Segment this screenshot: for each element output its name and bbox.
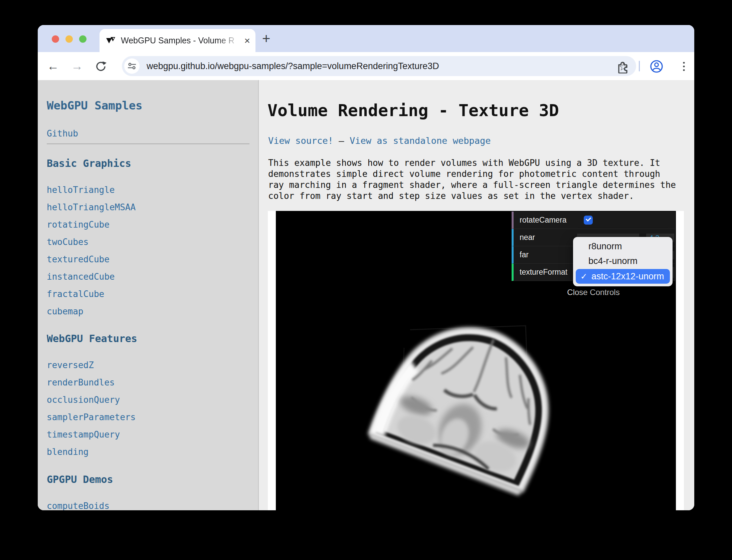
sidebar-item-instancedCube[interactable]: instancedCube [47, 272, 258, 281]
close-window-button[interactable] [52, 35, 59, 43]
sidebar-item-twoCubes[interactable]: twoCubes [47, 237, 258, 247]
dropdown-selected-label: astc-12x12-unorm [591, 271, 664, 282]
tab-close-icon[interactable]: × [244, 36, 250, 46]
sidebar-item-texturedCube[interactable]: texturedCube [47, 255, 258, 264]
extensions-icon[interactable] [615, 59, 629, 73]
tab-title: WebGPU Samples - Volume R [121, 36, 244, 45]
description-line: color from ray start and step size value… [268, 191, 676, 202]
demo-container: rotateCamera near 4.3 far [268, 211, 684, 510]
webgpu-canvas[interactable]: rotateCamera near 4.3 far [276, 211, 676, 510]
description-line: This example shows how to render volumes… [268, 158, 676, 169]
sidebar-item-helloTriangle[interactable]: helloTriangle [47, 185, 258, 195]
github-link[interactable]: Github [47, 128, 258, 138]
sidebar-item-fractalCube[interactable]: fractalCube [47, 289, 258, 299]
view-source-link[interactable]: View source! [268, 135, 333, 146]
browser-window: WebGPU Samples - Volume R × + ← → [38, 25, 694, 510]
checkmark-icon: ✓ [580, 272, 587, 281]
minimize-window-button[interactable] [65, 35, 73, 43]
screenshot-background: WebGPU Samples - Volume R × + ← → [0, 0, 732, 560]
standalone-webpage-link[interactable]: View as standalone webpage [350, 135, 491, 146]
dropdown-option-bc4-r-unorm[interactable]: bc4-r-unorm [573, 254, 673, 268]
menu-dots-icon[interactable] [677, 59, 691, 73]
sidebar-item-reversedZ[interactable]: reversedZ [47, 360, 258, 370]
page-content: WebGPU Samples Github Basic Graphics hel… [38, 80, 694, 510]
sidebar-item-renderBundles[interactable]: renderBundles [47, 378, 258, 387]
gui-row-rotateCamera: rotateCamera [512, 212, 675, 229]
browser-tab[interactable]: WebGPU Samples - Volume R × [100, 29, 255, 52]
link-separator: — [339, 135, 344, 146]
sidebar-item-blending[interactable]: blending [47, 447, 258, 457]
rotate-camera-checkbox[interactable] [584, 216, 593, 225]
url-text[interactable]: webgpu.github.io/webgpu-samples/?sample=… [147, 56, 439, 76]
reload-icon[interactable] [95, 60, 107, 73]
sidebar-item-rotatingCube[interactable]: rotatingCube [47, 220, 258, 229]
sidebar-item-occlusionQuery[interactable]: occlusionQuery [47, 395, 258, 404]
back-icon[interactable]: ← [47, 59, 59, 73]
site-settings-icon[interactable] [124, 58, 140, 74]
zoom-window-button[interactable] [79, 35, 86, 43]
sidebar-item-samplerParameters[interactable]: samplerParameters [47, 412, 258, 422]
dropdown-option-astc-12x12-unorm[interactable]: ✓ astc-12x12-unorm [576, 269, 670, 284]
sample-links-row: View source! — View as standalone webpag… [268, 135, 491, 146]
new-tab-button[interactable]: + [262, 31, 270, 46]
description-line: ray marching in a fragment shader, where… [268, 180, 676, 191]
gui-label-textureFormat: textureFormat [520, 264, 567, 281]
address-bar[interactable]: webgpu.github.io/webgpu-samples/?sample=… [122, 56, 636, 76]
section-heading-webgpu-features: WebGPU Features [47, 333, 258, 345]
tab-strip: WebGPU Samples - Volume R × + [38, 25, 694, 52]
dropdown-option-r8unorm[interactable]: r8unorm [573, 239, 673, 254]
sample-description: This example shows how to render volumes… [268, 158, 676, 202]
sidebar-item-cubemap[interactable]: cubemap [47, 307, 258, 316]
sidebar-item-timestampQuery[interactable]: timestampQuery [47, 430, 258, 439]
sidebar-item-helloTriangleMSAA[interactable]: helloTriangleMSAA [47, 203, 258, 212]
description-line: demonstrates simple direct volume render… [268, 169, 676, 180]
toolbar-separator [639, 61, 640, 71]
section-heading-basic-graphics: Basic Graphics [47, 158, 258, 170]
gui-label-far: far [520, 246, 529, 264]
section-heading-gpgpu-demos: GPGPU Demos [47, 474, 258, 486]
profile-icon[interactable] [650, 59, 664, 73]
sidebar-title: WebGPU Samples [47, 99, 258, 112]
texture-format-dropdown: r8unorm bc4-r-unorm ✓ astc-12x12-unorm [573, 237, 673, 286]
forward-icon[interactable]: → [71, 59, 83, 73]
page-title: Volume Rendering - Texture 3D [267, 101, 559, 120]
close-controls-button[interactable]: Close Controls [512, 288, 675, 297]
webgpu-favicon [106, 37, 116, 44]
samples-sidebar: WebGPU Samples Github Basic Graphics hel… [38, 80, 259, 510]
gui-label-near: near [520, 229, 535, 246]
browser-toolbar: ← → webgpu.github.io/webgpu-samples/?sam… [38, 52, 694, 80]
sidebar-divider [47, 144, 249, 144]
gui-label-rotateCamera: rotateCamera [520, 212, 567, 229]
sidebar-item-computeBoids[interactable]: computeBoids [47, 501, 258, 510]
sample-main-pane: Volume Rendering - Texture 3D View sourc… [259, 80, 694, 510]
